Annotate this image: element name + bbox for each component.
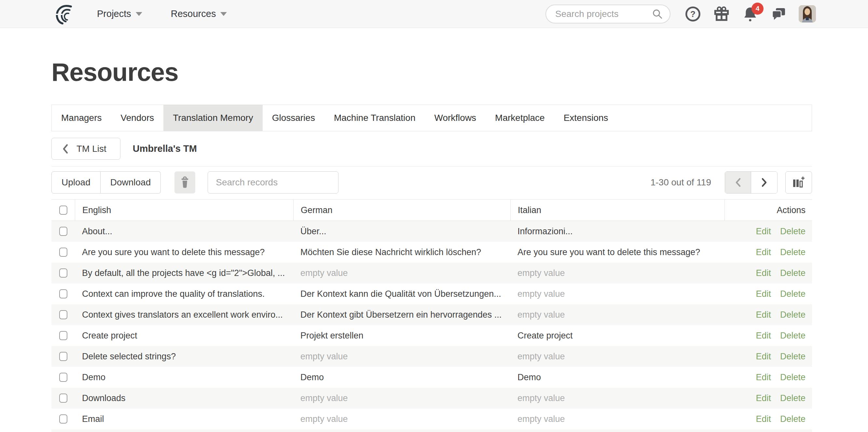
toolbar-right: 1-30 out of 119 xyxy=(651,171,812,194)
nav-menu-resources[interactable]: Resources xyxy=(171,8,227,19)
row-checkbox[interactable] xyxy=(59,227,67,236)
row-checkbox[interactable] xyxy=(59,394,67,403)
table-row: Are you sure you want to delete this mes… xyxy=(52,242,812,263)
table-row: Context gives translators an excellent w… xyxy=(52,304,812,325)
columns-button[interactable] xyxy=(785,171,812,194)
messages-button[interactable] xyxy=(770,5,787,23)
cell-english: Create project xyxy=(75,331,293,341)
row-checkbox[interactable] xyxy=(59,414,67,424)
row-checkbox[interactable] xyxy=(59,352,67,361)
help-button[interactable]: ? xyxy=(684,5,702,23)
edit-link[interactable]: Edit xyxy=(756,247,771,257)
table-row: Delete selected strings? empty value emp… xyxy=(52,346,812,367)
tab-marketplace[interactable]: Marketplace xyxy=(486,105,554,131)
row-checkbox[interactable] xyxy=(59,373,67,382)
delete-link[interactable]: Delete xyxy=(780,226,806,236)
table-body: About... Über... Informazioni... Edit De… xyxy=(52,221,812,429)
tab-machine-translation[interactable]: Machine Translation xyxy=(324,105,425,131)
breadcrumb: TM List Umbrella's TM xyxy=(52,138,812,167)
upload-button[interactable]: Upload xyxy=(52,171,100,194)
pager xyxy=(725,171,777,194)
edit-link[interactable]: Edit xyxy=(756,414,771,424)
edit-link[interactable]: Edit xyxy=(756,393,771,403)
cell-english: Are you sure you want to delete this mes… xyxy=(75,247,293,257)
edit-link[interactable]: Edit xyxy=(756,351,771,362)
chevron-left-icon xyxy=(735,177,741,188)
breadcrumb-current: Umbrella's TM xyxy=(133,143,197,154)
tab-glossaries[interactable]: Glossaries xyxy=(262,105,324,131)
pagination-label: 1-30 out of 119 xyxy=(651,177,711,188)
projects-search-input[interactable] xyxy=(555,9,652,19)
cell-italian: empty value xyxy=(510,310,724,320)
notifications-button[interactable]: 4 xyxy=(741,5,759,23)
nav-resources-label: Resources xyxy=(171,8,216,19)
trash-icon xyxy=(180,176,190,189)
edit-link[interactable]: Edit xyxy=(756,289,771,299)
chevron-right-icon xyxy=(761,177,768,188)
topbar-icons: ? 4 xyxy=(684,5,816,23)
cell-italian: Are you sure you want to delete this mes… xyxy=(510,247,724,257)
edit-link[interactable]: Edit xyxy=(756,331,771,341)
cell-english: Demo xyxy=(75,372,293,382)
edit-link[interactable]: Edit xyxy=(756,226,771,236)
cell-german: empty value xyxy=(293,268,510,278)
row-checkbox[interactable] xyxy=(59,268,67,278)
cell-italian: Create project xyxy=(510,331,724,341)
table-row: Create project Projekt erstellen Create … xyxy=(52,325,812,346)
download-button[interactable]: Download xyxy=(100,171,161,194)
delete-link[interactable]: Delete xyxy=(780,393,806,403)
page: Projects Resources ? xyxy=(0,0,868,432)
help-icon: ? xyxy=(685,6,701,22)
edit-link[interactable]: Edit xyxy=(756,268,771,278)
tab-workflows[interactable]: Workflows xyxy=(425,105,486,131)
gifts-button[interactable] xyxy=(713,5,730,23)
cell-german: Möchten Sie diese Nachricht wirklich lös… xyxy=(293,247,510,257)
table-header: English German Italian Actions xyxy=(52,199,812,221)
cell-italian: empty value xyxy=(510,393,724,403)
row-checkbox[interactable] xyxy=(59,310,67,319)
notification-badge: 4 xyxy=(751,3,764,15)
back-button-label: TM List xyxy=(76,144,106,154)
delete-link[interactable]: Delete xyxy=(780,247,806,257)
prev-page-button[interactable] xyxy=(725,172,751,193)
cell-italian: empty value xyxy=(510,414,724,424)
tab-managers[interactable]: Managers xyxy=(52,105,111,131)
select-all-checkbox[interactable] xyxy=(59,206,67,215)
row-checkbox[interactable] xyxy=(59,289,67,298)
cell-italian: empty value xyxy=(510,351,724,362)
delete-link[interactable]: Delete xyxy=(780,289,806,299)
delete-link[interactable]: Delete xyxy=(780,414,806,424)
avatar-image xyxy=(799,5,816,23)
user-avatar[interactable] xyxy=(799,5,816,23)
next-page-button[interactable] xyxy=(751,172,777,193)
delete-link[interactable]: Delete xyxy=(780,372,806,382)
edit-link[interactable]: Edit xyxy=(756,310,771,320)
nav-projects-label: Projects xyxy=(97,8,131,19)
delete-link[interactable]: Delete xyxy=(780,268,806,278)
delete-link[interactable]: Delete xyxy=(780,310,806,320)
cell-german: empty value xyxy=(293,393,510,403)
column-header-german: German xyxy=(293,200,510,221)
search-icon[interactable] xyxy=(652,8,663,20)
edit-link[interactable]: Edit xyxy=(756,372,771,382)
cell-english: Downloads xyxy=(75,393,293,403)
cell-italian: Demo xyxy=(510,372,724,382)
table-row: Demo Demo Demo Edit Delete xyxy=(52,367,812,388)
resource-tabs: ManagersVendorsTranslation MemoryGlossar… xyxy=(52,105,812,131)
nav-menu-projects[interactable]: Projects xyxy=(97,8,142,19)
back-to-tm-list-button[interactable]: TM List xyxy=(52,138,120,160)
tab-vendors[interactable]: Vendors xyxy=(111,105,164,131)
crowdin-logo[interactable] xyxy=(53,4,74,24)
delete-selected-button[interactable] xyxy=(175,171,195,194)
row-checkbox[interactable] xyxy=(59,248,67,257)
columns-icon xyxy=(792,176,806,189)
row-checkbox[interactable] xyxy=(59,331,67,340)
gift-icon xyxy=(713,5,730,23)
column-header-english: English xyxy=(75,200,293,221)
upload-download-group: Upload Download xyxy=(52,171,161,194)
delete-link[interactable]: Delete xyxy=(780,351,806,362)
tab-translation-memory[interactable]: Translation Memory xyxy=(163,105,262,131)
records-search-input[interactable] xyxy=(208,171,339,194)
delete-link[interactable]: Delete xyxy=(780,331,806,341)
tab-extensions[interactable]: Extensions xyxy=(554,105,618,131)
